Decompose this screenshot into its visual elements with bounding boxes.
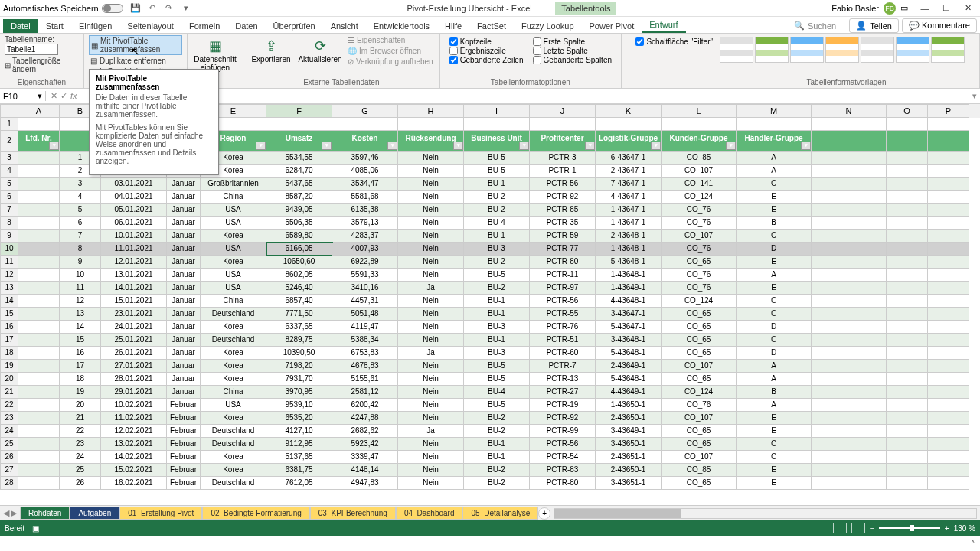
- cell[interactable]: [812, 347, 887, 360]
- cell[interactable]: 8: [60, 243, 101, 256]
- cell[interactable]: [887, 438, 928, 451]
- cell[interactable]: [18, 165, 60, 178]
- cell[interactable]: Januar: [167, 230, 201, 243]
- cell[interactable]: [928, 451, 969, 464]
- tab-formeln[interactable]: Formeln: [181, 19, 227, 33]
- cell[interactable]: A: [737, 152, 812, 165]
- cell[interactable]: [887, 256, 928, 269]
- cell[interactable]: 4148,14: [332, 464, 398, 477]
- cell[interactable]: 2-43647-1: [596, 165, 662, 178]
- cell[interactable]: [928, 347, 969, 360]
- row-header[interactable]: 5: [0, 178, 18, 191]
- select-all-corner[interactable]: [0, 104, 18, 118]
- cell[interactable]: 4-43649-1: [596, 386, 662, 399]
- cell[interactable]: 1-43648-1: [596, 243, 662, 256]
- cell[interactable]: [887, 399, 928, 412]
- cell[interactable]: CO_65: [662, 347, 737, 360]
- cell[interactable]: BU-4: [464, 386, 530, 399]
- cell[interactable]: C: [737, 230, 812, 243]
- cell[interactable]: [398, 118, 464, 131]
- page-layout-view-icon[interactable]: [833, 523, 847, 533]
- cell[interactable]: 7198,20: [266, 360, 332, 373]
- cell[interactable]: 4127,10: [266, 425, 332, 438]
- cell[interactable]: Nein: [398, 308, 464, 321]
- style-swatch[interactable]: [896, 37, 929, 63]
- cell[interactable]: C: [737, 308, 812, 321]
- cell[interactable]: C: [737, 438, 812, 451]
- cell[interactable]: [928, 321, 969, 334]
- cell[interactable]: [887, 425, 928, 438]
- sheet-tab-aufgaben[interactable]: Aufgaben: [70, 507, 119, 520]
- cell[interactable]: [887, 269, 928, 282]
- cell[interactable]: BU-1: [464, 334, 530, 347]
- cell[interactable]: 1-43648-1: [596, 269, 662, 282]
- cell[interactable]: CO_107: [662, 230, 737, 243]
- sheet-tab-rohdaten[interactable]: Rohdaten: [20, 507, 70, 520]
- style-swatch[interactable]: [825, 37, 859, 63]
- cell[interactable]: CO_65: [662, 321, 737, 334]
- row-header[interactable]: 27: [0, 464, 18, 477]
- maximize-button[interactable]: ☐: [937, 2, 956, 15]
- cell[interactable]: Nein: [398, 412, 464, 425]
- cell[interactable]: Februar: [167, 438, 201, 451]
- cell[interactable]: 15.02.2021: [101, 464, 167, 477]
- cell[interactable]: [662, 118, 737, 131]
- cancel-formula-icon[interactable]: ✕: [51, 91, 57, 101]
- cell[interactable]: [887, 477, 928, 490]
- cell[interactable]: A: [737, 399, 812, 412]
- cell[interactable]: PCTR-99: [530, 425, 596, 438]
- cell[interactable]: 6284,70: [266, 165, 332, 178]
- cell[interactable]: Deutschland: [201, 308, 266, 321]
- tab-fuzzy[interactable]: Fuzzy Lookup: [514, 19, 581, 33]
- cell[interactable]: [928, 204, 969, 217]
- cell[interactable]: [812, 165, 887, 178]
- cell[interactable]: Ja: [398, 282, 464, 295]
- cell[interactable]: Nein: [398, 373, 464, 386]
- cell[interactable]: Februar: [167, 451, 201, 464]
- cell[interactable]: [18, 347, 60, 360]
- cell[interactable]: USA: [201, 399, 266, 412]
- cell[interactable]: 4-43648-1: [596, 295, 662, 308]
- sheet-tab-03[interactable]: 03_KPI-Berechnung: [310, 507, 396, 520]
- cell[interactable]: 4247,88: [332, 412, 398, 425]
- undo-icon[interactable]: ↶: [146, 2, 158, 15]
- cell[interactable]: 5923,42: [332, 438, 398, 451]
- remove-duplicates-button[interactable]: ▤ Duplikate entfernen: [89, 56, 182, 66]
- search-box[interactable]: 🔍 Suchen: [789, 18, 841, 33]
- cell[interactable]: 3597,46: [332, 152, 398, 165]
- first-col-check[interactable]: [533, 37, 541, 46]
- cell[interactable]: E: [737, 464, 812, 477]
- cell[interactable]: [596, 118, 662, 131]
- cell[interactable]: [928, 464, 969, 477]
- cell[interactable]: Nein: [398, 360, 464, 373]
- cell[interactable]: 20: [60, 399, 101, 412]
- cell[interactable]: 5246,40: [266, 282, 332, 295]
- cell[interactable]: BU-5: [464, 360, 530, 373]
- cell[interactable]: BU-5: [464, 399, 530, 412]
- cell[interactable]: [812, 334, 887, 347]
- cell[interactable]: [18, 295, 60, 308]
- cell[interactable]: 5137,65: [266, 451, 332, 464]
- enter-formula-icon[interactable]: ✓: [60, 91, 67, 101]
- cell[interactable]: BU-5: [464, 152, 530, 165]
- cell[interactable]: [812, 243, 887, 256]
- cell[interactable]: 29.01.2021: [101, 386, 167, 399]
- cell[interactable]: PCTR-77: [530, 243, 596, 256]
- tab-powerpivot[interactable]: Power Pivot: [582, 19, 642, 33]
- sheet-nav-prev-icon[interactable]: ◀: [3, 508, 9, 518]
- row-header[interactable]: 19: [0, 360, 18, 373]
- cell[interactable]: [812, 282, 887, 295]
- cell[interactable]: [18, 360, 60, 373]
- table-header-cell[interactable]: Umsatz▾: [266, 131, 332, 152]
- cell[interactable]: 14.02.2021: [101, 451, 167, 464]
- cell[interactable]: 3-43649-1: [596, 425, 662, 438]
- cell[interactable]: [887, 118, 928, 131]
- cell[interactable]: CO_76: [662, 204, 737, 217]
- cell[interactable]: 10.01.2021: [101, 230, 167, 243]
- cell[interactable]: [887, 412, 928, 425]
- cell[interactable]: Nein: [398, 451, 464, 464]
- cell[interactable]: 3-43647-1: [596, 308, 662, 321]
- cell[interactable]: Januar: [167, 178, 201, 191]
- cell[interactable]: [812, 217, 887, 230]
- cell[interactable]: 6922,89: [332, 256, 398, 269]
